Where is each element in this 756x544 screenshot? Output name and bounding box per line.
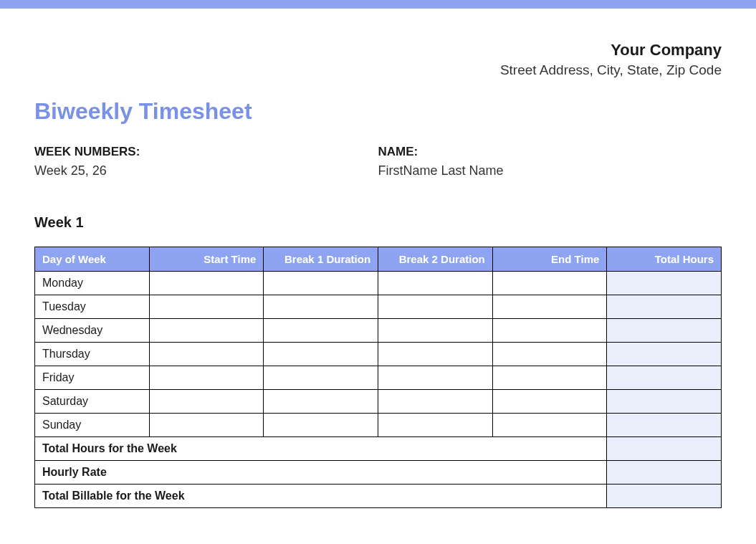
company-address: Street Address, City, State, Zip Code <box>34 62 722 78</box>
saturday-start[interactable] <box>149 390 264 414</box>
wednesday-total <box>607 319 722 343</box>
day-friday: Friday <box>35 366 150 390</box>
day-saturday: Saturday <box>35 390 150 414</box>
table-header-row: Day of Week Start Time Break 1 Duration … <box>35 247 722 272</box>
saturday-total <box>607 390 722 414</box>
sunday-total <box>607 414 722 437</box>
table-row: Friday <box>35 366 722 390</box>
week-numbers-block: WEEK NUMBERS: Week 25, 26 <box>34 145 378 178</box>
thursday-total <box>607 343 722 366</box>
day-sunday: Sunday <box>35 414 150 437</box>
table-row: Wednesday <box>35 319 722 343</box>
monday-start[interactable] <box>149 272 264 295</box>
week-numbers-value: Week 25, 26 <box>34 163 378 178</box>
name-value: FirstName Last Name <box>378 163 722 178</box>
saturday-end[interactable] <box>492 390 607 414</box>
table-row: Thursday <box>35 343 722 366</box>
total-hours-value <box>607 437 722 461</box>
day-thursday: Thursday <box>35 343 150 366</box>
friday-total <box>607 366 722 390</box>
header-start-time: Start Time <box>149 247 264 272</box>
saturday-break1[interactable] <box>264 390 378 414</box>
hourly-rate-label: Hourly Rate <box>35 461 607 485</box>
thursday-start[interactable] <box>149 343 264 366</box>
tuesday-break1[interactable] <box>264 295 378 319</box>
summary-row-hourly-rate: Hourly Rate <box>35 461 722 485</box>
monday-break1[interactable] <box>264 272 378 295</box>
summary-row-total-billable: Total Billable for the Week <box>35 485 722 508</box>
name-block: NAME: FirstName Last Name <box>378 145 722 178</box>
table-row: Tuesday <box>35 295 722 319</box>
tuesday-total <box>607 295 722 319</box>
table-row: Saturday <box>35 390 722 414</box>
thursday-break2[interactable] <box>378 343 493 366</box>
sunday-end[interactable] <box>492 414 607 437</box>
monday-end[interactable] <box>492 272 607 295</box>
sunday-break1[interactable] <box>264 414 378 437</box>
day-wednesday: Wednesday <box>35 319 150 343</box>
saturday-break2[interactable] <box>378 390 493 414</box>
tuesday-break2[interactable] <box>378 295 493 319</box>
friday-end[interactable] <box>492 366 607 390</box>
company-header: Your Company Street Address, City, State… <box>34 41 722 78</box>
week-numbers-label: WEEK NUMBERS: <box>34 145 378 159</box>
thursday-break1[interactable] <box>264 343 378 366</box>
header-end-time: End Time <box>492 247 607 272</box>
monday-total <box>607 272 722 295</box>
total-hours-label: Total Hours for the Week <box>35 437 607 461</box>
document-title: Biweekly Timesheet <box>34 98 722 125</box>
name-label: NAME: <box>378 145 722 159</box>
total-billable-value <box>607 485 722 508</box>
friday-start[interactable] <box>149 366 264 390</box>
monday-break2[interactable] <box>378 272 493 295</box>
sunday-break2[interactable] <box>378 414 493 437</box>
document-content: Your Company Street Address, City, State… <box>0 9 756 537</box>
hourly-rate-value[interactable] <box>607 461 722 485</box>
header-break2: Break 2 Duration <box>378 247 493 272</box>
day-monday: Monday <box>35 272 150 295</box>
info-row: WEEK NUMBERS: Week 25, 26 NAME: FirstNam… <box>34 145 722 178</box>
summary-row-total-hours: Total Hours for the Week <box>35 437 722 461</box>
timesheet-table: Day of Week Start Time Break 1 Duration … <box>34 247 722 508</box>
wednesday-end[interactable] <box>492 319 607 343</box>
day-tuesday: Tuesday <box>35 295 150 319</box>
wednesday-break1[interactable] <box>264 319 378 343</box>
table-row: Sunday <box>35 414 722 437</box>
table-row: Monday <box>35 272 722 295</box>
tuesday-end[interactable] <box>492 295 607 319</box>
wednesday-start[interactable] <box>149 319 264 343</box>
header-day: Day of Week <box>35 247 150 272</box>
sunday-start[interactable] <box>149 414 264 437</box>
friday-break1[interactable] <box>264 366 378 390</box>
header-total-hours: Total Hours <box>607 247 722 272</box>
week1-title: Week 1 <box>34 214 722 231</box>
total-billable-label: Total Billable for the Week <box>35 485 607 508</box>
wednesday-break2[interactable] <box>378 319 493 343</box>
header-break1: Break 1 Duration <box>264 247 378 272</box>
company-name: Your Company <box>34 41 722 59</box>
friday-break2[interactable] <box>378 366 493 390</box>
thursday-end[interactable] <box>492 343 607 366</box>
tuesday-start[interactable] <box>149 295 264 319</box>
top-accent-bar <box>0 0 756 9</box>
